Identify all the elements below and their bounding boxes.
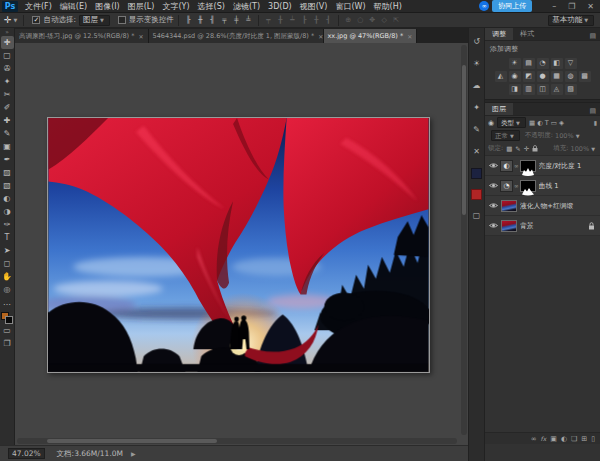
delete-layer-icon[interactable]: ▯ <box>591 433 595 445</box>
tool-preset-caret-icon[interactable]: ▼ <box>14 17 18 23</box>
link-layers-icon[interactable]: ∞ <box>531 433 537 445</box>
blur-tool[interactable]: ◐ <box>1 192 14 205</box>
3d-rotate-icon[interactable]: ⊕ <box>343 16 354 24</box>
tab-close-icon[interactable]: ✕ <box>318 33 323 40</box>
layer-name[interactable]: 曲线 1 <box>539 181 598 191</box>
layer-image-thumbnail[interactable] <box>501 200 517 212</box>
selective-color-icon[interactable]: ◬ <box>551 84 563 95</box>
adjustment-layer-thumbnail[interactable]: ◔ <box>500 180 513 192</box>
show-transform-checkbox[interactable] <box>118 16 126 24</box>
eyedropper-tool[interactable]: ✐ <box>1 101 14 114</box>
shape-tool[interactable]: ◻ <box>1 257 14 270</box>
filter-shape-icon[interactable]: ▭ <box>551 119 557 127</box>
3d-scale-icon[interactable]: ⇱ <box>391 16 402 24</box>
toolbar-collapse-icon[interactable]: » <box>5 28 9 36</box>
color-lookup-icon[interactable]: ◍ <box>565 71 577 82</box>
distribute-right-icon[interactable]: ┨ <box>323 16 334 24</box>
clone-stamp-tool[interactable]: ▣ <box>1 140 14 153</box>
channel-mixer-icon[interactable]: ▦ <box>551 71 563 82</box>
gradient-tool[interactable]: ▧ <box>1 179 14 192</box>
visibility-eye-icon[interactable] <box>487 182 499 189</box>
layer-name[interactable]: 背景 <box>520 221 588 231</box>
workspace-switcher[interactable]: 基本功能▼ <box>548 15 594 26</box>
curves-icon[interactable]: ◔ <box>537 58 549 69</box>
document-tab-active[interactable]: xx.jpg @ 47%(RGB/8) *✕ <box>324 29 418 43</box>
creative-cloud-icon[interactable]: ∞ <box>479 1 489 11</box>
zoom-tool[interactable]: ◎ <box>1 283 14 296</box>
healing-brush-tool[interactable]: ✚ <box>1 114 14 127</box>
quick-select-tool[interactable]: ✦ <box>1 75 14 88</box>
menu-edit[interactable]: 编辑(E) <box>56 0 91 13</box>
new-group-icon[interactable]: ❏ <box>571 433 577 445</box>
notes-panel-icon[interactable]: ▢ <box>471 210 483 222</box>
brush-tool[interactable]: ✎ <box>1 127 14 140</box>
filter-type-dropdown[interactable]: 类型▼ <box>497 117 526 128</box>
layer-row[interactable]: ◔ ∞ 曲线 1 <box>485 176 600 196</box>
visibility-eye-icon[interactable] <box>487 162 499 169</box>
3d-slide-icon[interactable]: ◇ <box>379 16 390 24</box>
filter-smart-icon[interactable]: ◈ <box>559 119 564 127</box>
dodge-tool[interactable]: ◑ <box>1 205 14 218</box>
layer-image-thumbnail[interactable] <box>501 220 517 232</box>
layer-name[interactable]: 液化人物+红绸缎 <box>520 201 598 211</box>
layer-mask-thumbnail[interactable] <box>520 160 536 172</box>
distribute-left-icon[interactable]: ┠ <box>299 16 310 24</box>
exposure-icon[interactable]: ◧ <box>551 58 563 69</box>
lock-all-icon[interactable] <box>532 145 538 152</box>
hand-tool[interactable]: ✋ <box>1 270 14 283</box>
lasso-tool[interactable]: ✇ <box>1 62 14 75</box>
gradient-map-icon[interactable]: ◫ <box>537 84 549 95</box>
align-top-icon[interactable]: ╤ <box>219 16 230 24</box>
horizontal-scrollbar-thumb[interactable] <box>47 439 217 443</box>
status-menu-arrow-icon[interactable]: ▶ <box>131 450 136 457</box>
layer-mask-thumbnail[interactable] <box>520 180 536 192</box>
tab-adjustments[interactable]: 调整 <box>485 28 513 40</box>
menu-window[interactable]: 窗口(W) <box>331 0 369 13</box>
close-button[interactable]: ✕ <box>581 2 600 11</box>
align-middle-icon[interactable]: ╪ <box>231 16 242 24</box>
mask-link-icon[interactable]: ∞ <box>514 163 519 169</box>
mask-link-icon[interactable]: ∞ <box>514 183 519 189</box>
upload-button[interactable]: 协同上传 <box>492 0 532 12</box>
distribute-middle-icon[interactable]: ╂ <box>275 16 286 24</box>
edit-toolbar-icon[interactable]: … <box>1 296 14 309</box>
photo-filter-icon[interactable]: ● <box>537 71 549 82</box>
color-balance-icon[interactable]: ◉ <box>509 71 521 82</box>
vertical-scrollbar[interactable] <box>461 45 467 435</box>
type-tool[interactable]: T <box>1 231 14 244</box>
threshold-icon[interactable]: ▥ <box>523 84 535 95</box>
3d-drag-icon[interactable]: ✥ <box>367 16 378 24</box>
layers-panel-menu-icon[interactable]: ▤ <box>589 107 600 115</box>
properties-panel-icon[interactable]: ☀ <box>471 58 483 70</box>
lock-transparent-icon[interactable]: ▩ <box>506 145 512 153</box>
styles-thumbnail-icon[interactable] <box>471 168 482 179</box>
layer-name[interactable]: 亮度/对比度 1 <box>539 161 598 171</box>
visibility-eye-icon[interactable] <box>487 222 499 229</box>
background-color-swatch[interactable] <box>5 316 13 324</box>
zoom-level-field[interactable]: 47.02% <box>8 448 45 459</box>
layer-row[interactable]: 液化人物+红绸缎 <box>485 196 600 216</box>
brightness-contrast-icon[interactable]: ☀ <box>509 58 521 69</box>
menu-image[interactable]: 图像(I) <box>91 0 124 13</box>
menu-file[interactable]: 文件(F) <box>21 0 56 13</box>
layer-row[interactable]: ◐ ∞ 亮度/对比度 1 <box>485 156 600 176</box>
levels-icon[interactable]: ▤ <box>523 58 535 69</box>
new-adjustment-icon[interactable]: ◐ <box>561 433 567 445</box>
opacity-value[interactable]: 100% <box>555 132 574 140</box>
filter-toggle-icon[interactable]: ▮ <box>594 119 597 126</box>
brushes-panel-icon[interactable]: ✎ <box>471 124 483 136</box>
adjustment-layer-thumbnail[interactable]: ◐ <box>500 160 513 172</box>
quick-mask-button[interactable]: ▭ <box>1 324 14 337</box>
libraries-panel-icon[interactable]: ✦ <box>471 102 483 114</box>
history-brush-tool[interactable]: ✒ <box>1 153 14 166</box>
move-tool[interactable]: ✛ <box>1 36 14 49</box>
blend-mode-dropdown[interactable]: 正常▼ <box>491 130 520 141</box>
align-right-icon[interactable]: ╢ <box>207 16 218 24</box>
menu-3d[interactable]: 3D(D) <box>264 0 296 13</box>
align-left-icon[interactable]: ╟ <box>183 16 194 24</box>
align-bottom-icon[interactable]: ╧ <box>243 16 254 24</box>
color-panel-icon[interactable] <box>471 189 482 200</box>
document-tab[interactable]: 5464344.psd @ 28.6%(亮度/对比度 1, 图层蒙版/8) *✕ <box>149 29 324 43</box>
invert-icon[interactable]: ▩ <box>579 71 591 82</box>
tab-styles[interactable]: 样式 <box>513 28 541 40</box>
